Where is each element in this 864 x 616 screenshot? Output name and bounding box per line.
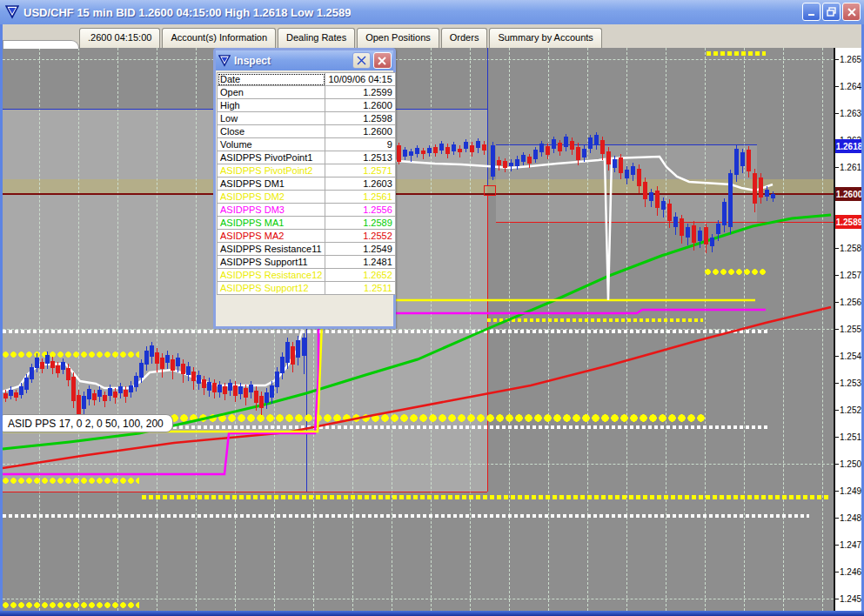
inspect-dialog-titlebar[interactable]: Inspect (216, 50, 393, 70)
inspect-dialog[interactable]: Inspect Date10/09/06 04:15Open1.2599High… (213, 48, 396, 329)
tab-account-s-information[interactable]: Account(s) Information (162, 28, 276, 48)
inspect-row-value: 1.2561 (325, 191, 395, 204)
axis-tick-label: 1.2520 (840, 405, 864, 415)
candle-body (171, 359, 175, 371)
candle-body (280, 357, 285, 373)
inspect-row[interactable]: ASIDPPS Resistance111.2549 (218, 243, 396, 256)
candle-body (470, 145, 474, 152)
inspect-row[interactable]: ASIDPPS PivotPoint11.2513 (218, 151, 396, 164)
axis-tick-label: 1.2510 (840, 432, 864, 442)
inspect-row[interactable]: ASIDPPS PivotPoint21.2571 (218, 164, 396, 177)
restore-button[interactable] (822, 3, 841, 21)
inspect-row-label: ASIDPPS Resistance11 (218, 243, 325, 256)
inspect-row[interactable]: High1.2600 (218, 99, 396, 112)
candle-body (740, 152, 745, 166)
close-button[interactable] (842, 3, 861, 21)
tab-2600-04-15-00[interactable]: .2600 04:15:00 (79, 28, 160, 48)
inspect-row[interactable]: Close1.2600 (218, 125, 396, 138)
candle-body (108, 388, 112, 396)
chart-canvas[interactable]: ASID PPS 17, 0 2, 0 50, 100, 200 (0, 48, 834, 611)
candle-body (594, 135, 599, 145)
inspect-row[interactable]: Date10/09/06 04:15 (218, 73, 396, 86)
inspect-row[interactable]: ASIDPPS Support111.2481 (218, 256, 396, 269)
inspect-row-label: ASIDPPS MA1 (218, 217, 325, 230)
inspect-row[interactable]: Low1.2598 (218, 112, 396, 125)
candle-body (458, 149, 462, 152)
inspect-row[interactable]: ASIDPPS MA11.2589 (218, 217, 396, 230)
candle-body (476, 141, 480, 148)
inspect-close-button[interactable] (373, 52, 392, 69)
tab-orders[interactable]: Orders (441, 28, 488, 48)
inspect-row-label: ASIDPPS DM1 (218, 177, 325, 191)
candle-body (87, 389, 91, 399)
axis-tick-label: 1.2500 (840, 459, 864, 469)
price-axis[interactable]: 1.26501.26401.26301.26201.26101.26001.25… (834, 48, 861, 611)
candle-body (397, 145, 401, 162)
inspect-row[interactable]: ASIDPPS DM31.2556 (218, 204, 396, 217)
candle-body (734, 149, 739, 175)
inspect-row-value: 1.2652 (325, 269, 395, 282)
candle-body (464, 142, 468, 149)
inspect-row[interactable]: ASIDPPS MA21.2552 (218, 230, 396, 243)
axis-tick (835, 518, 839, 519)
candle-body (698, 231, 702, 241)
candle-body (218, 385, 222, 392)
candle-body (254, 391, 258, 403)
inspect-row-label: Low (218, 112, 325, 125)
candle-body (56, 365, 60, 373)
candle-body (30, 367, 34, 379)
candle-body (35, 358, 39, 368)
inspect-row-value: 1.2599 (325, 86, 395, 99)
candle-body (552, 139, 556, 149)
inspect-row[interactable]: Open1.2599 (218, 86, 396, 99)
axis-tick-label: 1.2560 (840, 298, 864, 307)
candle-body (3, 393, 8, 398)
inspect-row[interactable]: ASIDPPS Resistance121.2652 (218, 269, 396, 282)
axis-tick (835, 86, 839, 87)
candle-body (270, 385, 274, 398)
axis-tick (835, 302, 839, 303)
tab-open-positions[interactable]: Open Positions (357, 28, 439, 48)
axis-tick-label: 1.2470 (840, 540, 864, 550)
axis-tick-label: 1.2540 (840, 352, 864, 361)
axis-tick-label: 1.2610 (840, 163, 864, 172)
axis-tick (835, 356, 839, 357)
candle-body (409, 151, 413, 156)
window-titlebar[interactable]: USD/CHF 15 min BID 1.2600 04:15:00 High … (0, 0, 864, 24)
inspect-row[interactable]: Volume9 (218, 138, 396, 151)
inspect-row-value: 1.2481 (325, 256, 395, 269)
inspect-expand-button[interactable] (352, 52, 371, 69)
inspect-row[interactable]: ASIDPPS DM11.2603 (218, 177, 396, 191)
candle-body (139, 363, 144, 378)
candle-body (527, 157, 532, 164)
candle-body (509, 163, 513, 166)
candle-body (655, 191, 660, 208)
candle-body (118, 386, 123, 393)
candle-body (259, 396, 264, 408)
candle-body (771, 194, 775, 198)
candle-body (228, 383, 232, 391)
inspect-row-label: ASIDPPS PivotPoint2 (218, 164, 325, 177)
inspect-dialog-icon (218, 55, 231, 67)
inspect-row[interactable]: ASIDPPS DM21.2561 (218, 191, 396, 204)
candle-body (150, 345, 154, 357)
minimize-button[interactable] (802, 3, 820, 21)
candle-body (680, 218, 684, 236)
candle-body (45, 355, 50, 364)
candle-body (302, 338, 306, 356)
tab-dealing-rates[interactable]: Dealing Rates (278, 28, 355, 48)
inspect-row[interactable]: ASIDPPS Support121.2511 (218, 282, 396, 295)
axis-tick (835, 410, 839, 411)
candle-body (103, 395, 107, 401)
inspect-row-value: 1.2556 (325, 204, 395, 217)
candle-body (71, 377, 76, 401)
candle-body (155, 352, 159, 364)
candle-body (244, 388, 248, 398)
inspect-row-label: ASIDPPS PivotPoint1 (218, 151, 325, 164)
candle-body (497, 160, 501, 165)
candle-body (238, 386, 243, 394)
inspect-row-label: ASIDPPS Support11 (218, 256, 325, 269)
tab-summary-by-accounts[interactable]: Summary by Accounts (489, 28, 601, 48)
inspect-row-label: ASIDPPS MA2 (218, 230, 325, 243)
tab-list: .2600 04:15:00Account(s) InformationDeal… (79, 28, 602, 48)
